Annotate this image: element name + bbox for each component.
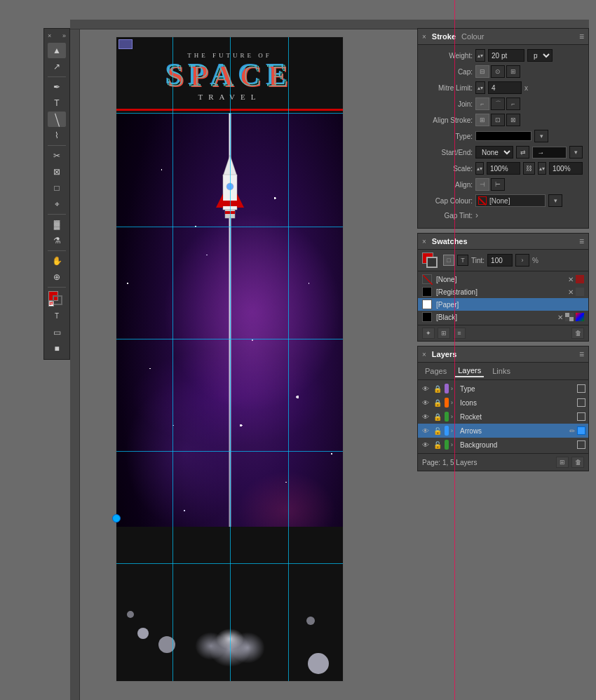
toolbar: × » ▲ ↗ ✒ T ╱ ⌇ ✂ ⊠ □ ⌖ ▓ ⚗ ✋ ⊕ — [43, 28, 70, 360]
layer-bg-vis[interactable]: 👁 — [421, 440, 431, 450]
pen-tool[interactable]: ✒ — [48, 79, 66, 95]
colour-panel-tab[interactable]: Colour — [459, 32, 487, 41]
stroke-panel: × Stroke Colour ≡ Weight: ▴▾ pt Cap: ⊟ ⊙ — [417, 28, 589, 229]
layer-rocket[interactable]: 👁 🔒 › Rocket — [418, 410, 588, 424]
layer-bg-lock[interactable]: 🔓 — [433, 440, 442, 450]
swatch-delete-btn[interactable]: 🗑 — [571, 328, 584, 339]
swatch-registration[interactable]: [Registration] ✕ — [418, 285, 588, 298]
layer-type-vis[interactable]: 👁 — [421, 384, 431, 393]
swatches-panel-close[interactable]: × — [422, 238, 426, 245]
swatch-fill-stroke[interactable] — [422, 253, 440, 268]
layers-panel-title[interactable]: Layers — [432, 350, 456, 358]
layer-rocket-lock[interactable]: 🔒 — [433, 412, 442, 422]
swap-start-end-btn[interactable]: ⇄ — [516, 146, 529, 159]
view-mode-btn[interactable]: ▭ — [48, 325, 66, 340]
layer-icons-vis[interactable]: 👁 — [421, 398, 431, 408]
stroke-panel-body: Weight: ▴▾ pt Cap: ⊟ ⊙ ⊞ Mitre Limit: ▴▾ — [418, 45, 588, 228]
swatches-panel-title[interactable]: Swatches — [432, 237, 468, 245]
layers-panel-menu[interactable]: ≡ — [579, 349, 584, 359]
scale-x-spinner[interactable]: ▴▾ — [475, 162, 484, 175]
scale-y-spinner[interactable]: ▴▾ — [538, 162, 546, 175]
weight-unit-dropdown[interactable]: pt — [527, 49, 553, 62]
new-swatch-btn[interactable]: ✦ — [422, 328, 435, 339]
cap-colour-dropdown-btn[interactable]: ▾ — [548, 194, 562, 207]
tint-arrow-btn[interactable]: › — [515, 254, 529, 267]
layer-icons-lock[interactable]: 🔒 — [433, 398, 442, 408]
align-outside-btn[interactable]: ⊠ — [506, 114, 520, 126]
type-tool[interactable]: T — [48, 95, 66, 111]
scale-y-input[interactable] — [549, 162, 583, 175]
fill-stroke-btn[interactable]: ⇄ — [47, 290, 67, 308]
mitre-label: Mitre Limit: — [424, 84, 473, 92]
tab-links[interactable]: Links — [489, 365, 513, 377]
zoom-tool[interactable]: ⊕ — [48, 269, 66, 285]
scale-x-input[interactable] — [487, 162, 520, 175]
format-text-btn[interactable]: T — [48, 309, 66, 324]
end-dropdown-btn[interactable]: ▾ — [569, 146, 583, 159]
layer-background[interactable]: 👁 🔓 › Background — [418, 438, 588, 452]
mitre-spinner[interactable]: ▴▾ — [475, 81, 485, 94]
start-dropdown[interactable]: None — [475, 146, 513, 159]
layer-type[interactable]: 👁 🔒 › Type — [418, 382, 588, 396]
join-round-btn[interactable]: ⌒ — [491, 97, 505, 110]
rectangle-frame-tool[interactable]: ⊠ — [48, 164, 66, 180]
free-transform-tool[interactable]: ⌖ — [48, 196, 66, 212]
rectangle-tool[interactable]: □ — [48, 180, 66, 196]
hand-tool[interactable]: ✋ — [48, 253, 66, 269]
join-miter-btn[interactable]: ⌐ — [475, 97, 489, 110]
gap-tint-chevron: › — [475, 210, 478, 220]
layer-arrows-name: Arrows — [460, 427, 567, 435]
weight-input[interactable] — [488, 49, 524, 62]
paintbrush-tool[interactable]: ⌇ — [48, 128, 66, 143]
stroke-panel-title[interactable]: Stroke — [432, 32, 456, 41]
stroke-panel-close[interactable]: × — [422, 33, 426, 41]
tab-layers[interactable]: Layers — [455, 365, 484, 377]
toolbar-close[interactable]: × — [48, 32, 51, 39]
align-inside-btn[interactable]: ⊡ — [491, 114, 505, 126]
screen-mode-btn[interactable]: ■ — [48, 341, 66, 356]
weight-spinner[interactable]: ▴▾ — [475, 49, 485, 62]
swatch-black[interactable]: [Black] ✕ — [418, 311, 588, 323]
layer-arrows[interactable]: 👁 🔓 › Arrows ✏ — [418, 424, 588, 438]
gradient-tool[interactable]: ▓ — [48, 217, 66, 232]
layer-arrows-vis[interactable]: 👁 — [421, 426, 431, 436]
cap-colour-field[interactable]: [None] — [475, 194, 546, 207]
align-stroke-label: Align Stroke: — [424, 116, 473, 124]
layer-arrows-lock[interactable]: 🔓 — [433, 426, 442, 436]
pencil-tool[interactable]: ╱ — [48, 112, 66, 127]
swatches-panel-menu[interactable]: ≡ — [579, 236, 584, 246]
mitre-input[interactable] — [488, 81, 522, 94]
layer-bg-color — [445, 440, 449, 450]
layer-rocket-vis[interactable]: 👁 — [421, 412, 431, 422]
new-layer-btn[interactable]: ⊞ — [556, 457, 569, 468]
align-left-btn[interactable]: ⊣ — [475, 178, 489, 191]
eyedropper-tool[interactable]: ⚗ — [48, 233, 66, 248]
scissors-tool[interactable]: ✂ — [48, 148, 66, 163]
layer-type-lock[interactable]: 🔒 — [433, 384, 442, 393]
direct-selection-tool[interactable]: ↗ — [48, 59, 66, 74]
swatches-toolbar: □ T Tint: › % — [418, 250, 588, 271]
delete-layer-btn[interactable]: 🗑 — [571, 457, 584, 468]
align-right-btn[interactable]: ⊢ — [491, 178, 505, 191]
tab-pages[interactable]: Pages — [422, 365, 449, 377]
swatch-none[interactable]: [None] ✕ — [418, 273, 588, 285]
cap-projecting-btn[interactable]: ⊞ — [506, 65, 520, 78]
align-center-btn[interactable]: ⊞ — [475, 114, 489, 126]
scale-link-btn[interactable]: ⛓ — [523, 162, 535, 175]
toolbar-collapse[interactable]: » — [62, 32, 66, 39]
type-dropdown-btn[interactable]: ▾ — [534, 130, 548, 142]
swatch-grid-btn[interactable]: ⊞ — [438, 328, 450, 339]
swatch-fill-btn[interactable]: □ — [443, 255, 454, 266]
cap-butt-btn[interactable]: ⊟ — [475, 65, 489, 78]
cap-round-btn[interactable]: ⊙ — [491, 65, 505, 78]
layers-panel-close[interactable]: × — [422, 351, 426, 358]
layer-icons[interactable]: 👁 🔒 › Icons — [418, 396, 588, 410]
join-label: Join: — [424, 100, 473, 108]
layer-rocket-box — [577, 412, 585, 421]
tint-input[interactable] — [487, 254, 513, 267]
stroke-panel-menu[interactable]: ≡ — [579, 32, 584, 41]
swatch-paper[interactable]: [Paper] — [418, 298, 588, 311]
join-bevel-btn[interactable]: ⌐ — [506, 97, 520, 110]
swatch-text-btn[interactable]: T — [457, 255, 468, 266]
selection-tool[interactable]: ▲ — [48, 43, 66, 58]
